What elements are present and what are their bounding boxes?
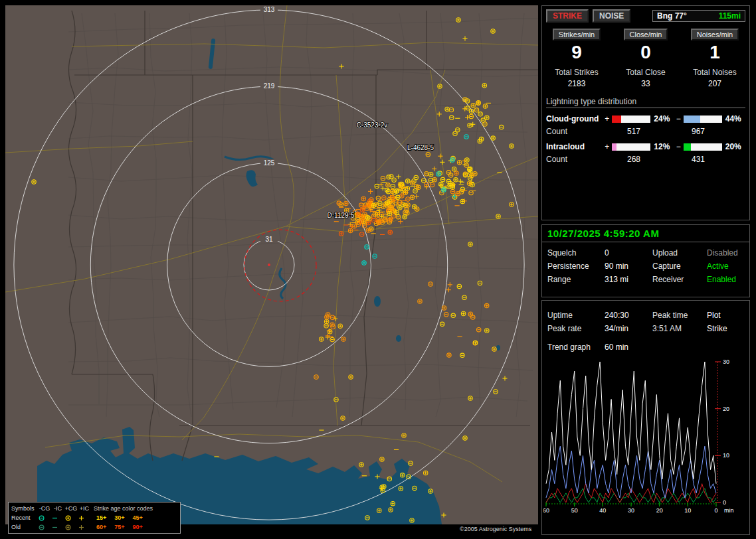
circle-minus-icon xyxy=(38,514,51,522)
trend-y-tick-label: 10 xyxy=(723,452,729,459)
ic-positive-fill xyxy=(612,143,616,151)
strikes-per-min-value: 9 xyxy=(542,42,611,62)
range-ring-label: 313 xyxy=(264,6,275,13)
legend-col-pos-cg: +CG xyxy=(64,505,78,512)
plus-icon xyxy=(78,524,91,531)
uptime-value: 240:30 xyxy=(605,311,652,320)
trend-label-row: Trend graph 60 min xyxy=(542,341,749,354)
map-canvas[interactable]: 31321912531 C-3523-2vL-4628-5D-1129-5 xyxy=(5,5,538,524)
session-row: Peak rate 34/min 3:51 AM Strike xyxy=(542,322,749,335)
trend-y-tick-label: 20 xyxy=(723,406,729,412)
close-per-min-button[interactable]: Close/min xyxy=(624,29,668,40)
total-noises-value: 207 xyxy=(680,79,749,88)
nexstorm-app: { "header": { "strike_button": "STRIKE",… xyxy=(0,0,756,539)
minus-sign: − xyxy=(674,142,683,151)
legend-symbols-title: Symbols xyxy=(11,505,38,512)
cg-negative-bar xyxy=(683,115,723,123)
strike-mode-button[interactable]: STRIKE xyxy=(546,9,589,23)
trend-x-tick-label: 60 xyxy=(543,507,549,514)
legend-col-pos-ic: +IC xyxy=(78,505,91,512)
age-code: 60+ xyxy=(96,524,106,530)
persistence-label: Persistence xyxy=(547,262,605,271)
ic-negative-count: 431 xyxy=(662,155,735,164)
noises-per-min-button[interactable]: Noises/min xyxy=(691,29,739,40)
trend-x-tick-label: 30 xyxy=(628,507,634,514)
age-code: 15+ xyxy=(96,514,106,521)
count-label: Count xyxy=(546,155,606,164)
squelch-value: 0 xyxy=(605,248,652,258)
legend-recent-ages: 15+ 30+ 45+ xyxy=(96,514,143,521)
upload-value: Disabled xyxy=(707,248,744,258)
status-panel: 10/27/2025 4:59:20 AM Squelch 0 Upload D… xyxy=(541,224,750,297)
upload-label: Upload xyxy=(652,248,707,258)
legend-old-label: Old xyxy=(11,524,38,530)
capture-label: Capture xyxy=(652,262,707,271)
session-row: Uptime 240:30 Peak time Plot xyxy=(542,309,749,322)
total-close-label: Total Close xyxy=(611,68,680,77)
total-strikes-value: 2183 xyxy=(542,79,611,88)
copyright-text: ©2005 Astrogenic Systems xyxy=(460,526,531,532)
legend-recent-row: Recent 15+ 30+ 45+ xyxy=(11,513,177,522)
datetime-display: 10/27/2025 4:59:20 AM xyxy=(542,225,749,242)
capture-value: Active xyxy=(707,262,744,271)
total-noises-label: Total Noises xyxy=(680,68,749,77)
noise-mode-button[interactable]: NOISE xyxy=(593,9,630,23)
trend-y-tick-label: 0 xyxy=(723,499,726,506)
total-close-value: 33 xyxy=(611,79,680,88)
circle-minus-icon xyxy=(38,524,51,531)
legend-recent-label: Recent xyxy=(11,514,38,521)
minus-sign: − xyxy=(674,114,683,123)
plot-value: Strike xyxy=(707,324,744,333)
persistence-value: 90 min xyxy=(605,262,652,271)
legend-age-title: Strike age color codes xyxy=(94,505,153,512)
strike-map-panel[interactable]: 31321912531 C-3523-2vL-4628-5D-1129-5 Sy… xyxy=(5,5,538,524)
peak-time-label: Peak time xyxy=(652,311,707,320)
status-row: Persistence 90 min Capture Active xyxy=(542,260,749,273)
strikes-per-min-button[interactable]: Strikes/min xyxy=(553,29,601,40)
strikes-rate-column: Strikes/min 9 Total Strikes 2183 xyxy=(542,29,611,88)
cloud-ground-label: Cloud-ground xyxy=(546,114,603,123)
range-ring-label: 219 xyxy=(264,82,275,90)
stats-panel: STRIKE NOISE Bng 77° 115mi Strikes/min 9… xyxy=(541,5,750,220)
cg-positive-fill xyxy=(612,116,621,123)
receiver-location-marker xyxy=(268,264,270,266)
ic-positive-pct: 12% xyxy=(651,142,674,151)
age-code: 90+ xyxy=(133,524,143,530)
storm-cell-label: D-1129-5 xyxy=(328,212,355,219)
receiver-label: Receiver xyxy=(652,275,707,284)
cloud-ground-row: Cloud-ground + 24% − 44% xyxy=(546,114,745,123)
total-strikes-label: Total Strikes xyxy=(542,68,611,77)
intracloud-count-row: Count 268 431 xyxy=(546,155,745,164)
trend-y-tick-label: 30 xyxy=(723,358,729,365)
map-legend: Symbols -CG -IC +CG +IC Strike age color… xyxy=(8,502,181,534)
status-row: Range 313 mi Receiver Enabled xyxy=(542,273,749,286)
peak-rate-label: Peak rate xyxy=(547,324,605,333)
trend-x-tick-label: 50 xyxy=(571,507,578,514)
rate-columns: Strikes/min 9 Total Strikes 2183 Close/m… xyxy=(542,29,749,88)
bearing-display: Bng 77° 115mi xyxy=(652,10,745,22)
ic-negative-fill xyxy=(684,143,692,151)
bearing-distance: 115mi xyxy=(719,11,741,21)
cg-negative-fill xyxy=(684,116,701,123)
storm-cell-label: L-4628-5 xyxy=(407,144,434,151)
cg-positive-bar xyxy=(611,115,651,123)
trend-x-tick-label: 10 xyxy=(684,507,691,514)
ic-negative-pct: 20% xyxy=(723,142,745,151)
cloud-ground-count-row: Count 517 967 xyxy=(546,127,745,136)
legend-old-ages: 60+ 75+ 90+ xyxy=(96,524,143,530)
trend-x-unit: min xyxy=(724,507,734,514)
legend-col-neg-cg: -CG xyxy=(38,505,51,512)
circle-plus-icon xyxy=(64,524,78,531)
ic-positive-bar xyxy=(611,143,651,151)
close-rate-column: Close/min 0 Total Close 33 xyxy=(611,29,680,88)
plus-sign: + xyxy=(603,114,611,123)
trend-x-tick-label: 40 xyxy=(599,507,606,514)
range-ring-label: 125 xyxy=(264,159,275,167)
mode-button-row: STRIKE NOISE Bng 77° 115mi xyxy=(542,6,749,23)
close-per-min-value: 0 xyxy=(611,42,680,62)
range-label: Range xyxy=(547,275,605,284)
plot-label: Plot xyxy=(707,311,744,320)
minus-icon xyxy=(51,514,64,522)
plus-sign: + xyxy=(603,142,611,151)
peak-rate-value: 34/min xyxy=(605,324,652,333)
